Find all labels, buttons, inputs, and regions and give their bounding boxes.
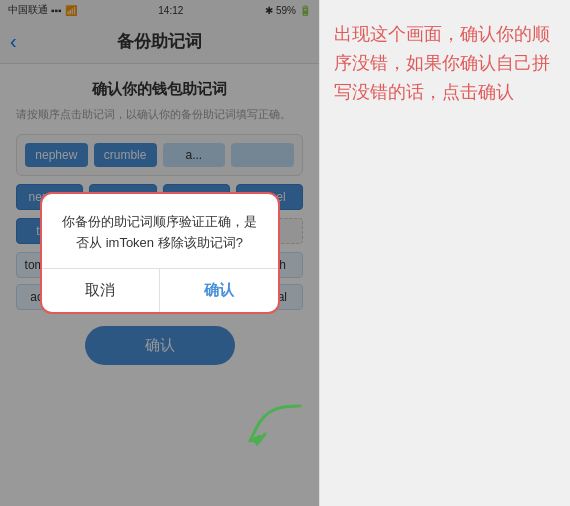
phone-frame: 中国联通 ▪▪▪ 📶 14:12 ✱ 59% 🔋 ‹ 备份助记词 确认你的钱包助… [0, 0, 320, 506]
dialog-cancel-button[interactable]: 取消 [42, 269, 161, 312]
dialog-body: 你备份的助记词顺序验证正确，是否从 imToken 移除该助记词? [42, 194, 278, 268]
dialog-confirm-button[interactable]: 确认 [160, 269, 278, 312]
dialog-text: 你备份的助记词顺序验证正确，是否从 imToken 移除该助记词? [58, 212, 262, 254]
dialog-box: 你备份的助记词顺序验证正确，是否从 imToken 移除该助记词? 取消 确认 [40, 192, 280, 314]
annotation-text: 出现这个画面，确认你的顺序没错，如果你确认自己拼写没错的话，点击确认 [334, 20, 556, 106]
annotation-panel: 出现这个画面，确认你的顺序没错，如果你确认自己拼写没错的话，点击确认 [320, 0, 570, 506]
dialog-actions: 取消 确认 [42, 268, 278, 312]
